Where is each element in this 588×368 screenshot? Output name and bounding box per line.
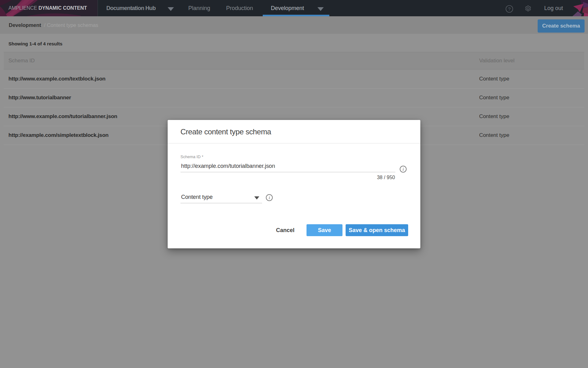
svg-text:?: ?: [508, 6, 510, 12]
